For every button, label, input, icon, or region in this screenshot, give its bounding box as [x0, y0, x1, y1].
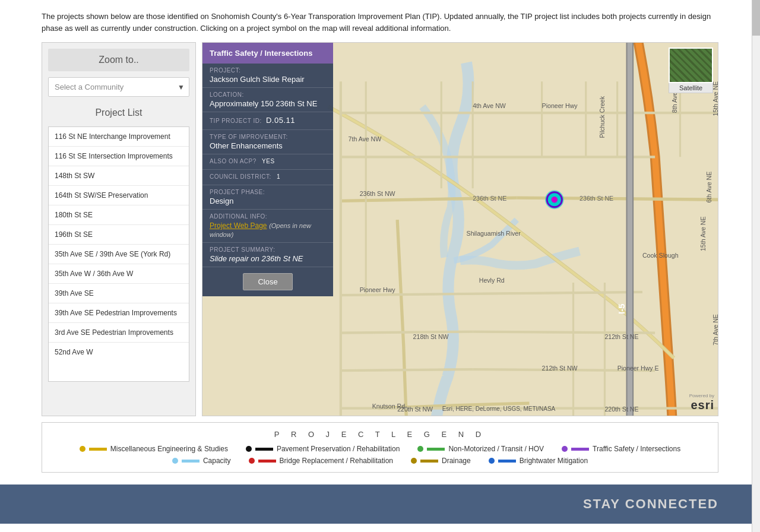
project-list-item[interactable]: 116 St SE Intersection Improvements: [49, 147, 189, 166]
legend-item: Drainage: [411, 457, 471, 465]
legend-line-icon: [258, 460, 276, 463]
legend-item: Traffic Safety / Intersections: [562, 445, 680, 453]
svg-text:I-5: I-5: [617, 304, 626, 314]
legend-line-icon: [255, 448, 273, 451]
project-list[interactable]: 116 St NE Interchange Improvement116 St …: [48, 126, 189, 382]
legend-line-icon: [498, 460, 516, 463]
legend-item: Capacity: [172, 457, 231, 465]
acp-section: Also on ACP? Yes: [202, 154, 333, 170]
legend-line-icon: [427, 448, 445, 451]
legend-item-label: Bridge Replacement / Rehabilitation: [280, 457, 393, 465]
svg-text:6th Ave NE: 6th Ave NE: [705, 172, 712, 203]
acp-value: Yes: [262, 158, 275, 164]
project-value: Jackson Gulch Slide Repair: [210, 75, 326, 84]
legend-item-label: Traffic Safety / Intersections: [593, 445, 680, 453]
legend-item: Brightwater Mitigation: [489, 457, 588, 465]
council-label: COUNCIL DISTRICT: 1: [210, 173, 326, 180]
project-list-item[interactable]: 39th Ave SE Pedestrian Improvements: [49, 303, 189, 323]
summary-section: PROJECT SUMMARY: Slide repair on 236th S…: [202, 243, 333, 267]
project-info-panel: Traffic Safety / Intersections PROJECT: …: [202, 43, 333, 296]
project-list-header: Project List: [48, 103, 189, 123]
svg-line-8: [341, 369, 473, 370]
legend-item-label: Drainage: [442, 457, 471, 465]
type-value: Other Enhancements: [210, 141, 326, 150]
legend-title: P R O J E C T L E G E N D: [54, 430, 706, 439]
legend-item: Non-Motorized / Transit / HOV: [417, 445, 544, 453]
project-list-item[interactable]: 3rd Ave SE Pedestrian Improvements: [49, 323, 189, 343]
svg-text:236th St NE: 236th St NE: [580, 195, 613, 202]
project-section: PROJECT: Jackson Gulch Slide Repair: [202, 64, 333, 88]
legend-line-icon: [182, 460, 200, 463]
legend-dot-icon: [411, 458, 417, 464]
legend-dot-icon: [417, 446, 423, 452]
legend-dot-icon: [249, 458, 255, 464]
legend-dot-icon: [489, 458, 495, 464]
svg-text:212th St NE: 212th St NE: [604, 333, 638, 340]
svg-text:Cook Slough: Cook Slough: [642, 252, 679, 259]
satellite-thumb-image: [669, 48, 713, 83]
left-panel: Zoom to.. Select a Community Arlington B…: [42, 42, 196, 416]
esri-text: esri: [691, 398, 714, 412]
location-value: Approximately 150 236th St NE: [210, 99, 326, 108]
esri-logo: Powered by esri: [689, 393, 714, 412]
svg-text:236th St NW: 236th St NW: [360, 190, 395, 197]
project-list-item[interactable]: 35th Ave SE / 39th Ave SE (York Rd): [49, 245, 189, 264]
legend-line-icon: [89, 448, 107, 451]
description-text: The projects shown below are those ident…: [42, 11, 718, 34]
svg-text:7th Ave NE: 7th Ave NE: [712, 314, 718, 346]
legend-item-label: Miscellaneous Engineering & Studies: [110, 445, 228, 453]
svg-text:Shilaguamish River: Shilaguamish River: [467, 230, 521, 237]
esri-logo-box: Powered by esri: [689, 393, 714, 412]
legend-item-label: Brightwater Mitigation: [520, 457, 588, 465]
project-list-item[interactable]: 164th St SW/SE Preservation: [49, 186, 189, 205]
project-list-item[interactable]: 52nd Ave W: [49, 343, 189, 362]
svg-text:236th St NE: 236th St NE: [473, 195, 506, 202]
legend-item-label: Pavement Preservation / Rehabilitation: [277, 445, 400, 453]
acp-label: Also on ACP? Yes: [210, 158, 326, 164]
legend-item-label: Non-Motorized / Transit / HOV: [448, 445, 544, 453]
council-value: 1: [277, 173, 280, 180]
project-list-item[interactable]: 116 St NE Interchange Improvement: [49, 127, 189, 147]
satellite-thumbnail[interactable]: Satellite: [669, 48, 713, 93]
legend-item: Bridge Replacement / Rehabilitation: [249, 457, 393, 465]
phase-value: Design: [210, 197, 326, 205]
project-list-item[interactable]: 35th Ave W / 36th Ave W: [49, 264, 189, 284]
type-section: TYPE OF IMPROVEMENT: Other Enhancements: [202, 130, 333, 154]
zoom-to-button[interactable]: Zoom to..: [48, 49, 189, 71]
satellite-label: Satellite: [669, 83, 713, 93]
project-list-item[interactable]: 180th St SE: [49, 205, 189, 225]
project-list-item[interactable]: 39th Ave SE: [49, 284, 189, 303]
community-select-wrapper: Select a Community Arlington Bothell Edm…: [48, 77, 189, 97]
svg-text:212th St NW: 212th St NW: [542, 365, 578, 372]
close-button[interactable]: Close: [243, 273, 292, 290]
legend-dot-icon: [80, 446, 86, 452]
legend-dot-icon: [562, 446, 568, 452]
location-label: LOCATION:: [210, 91, 326, 98]
scrollbar-thumb[interactable]: [752, 0, 760, 36]
phase-section: PROJECT PHASE: Design: [202, 185, 333, 210]
additional-info-label: ADDITIONAL INFO:: [210, 213, 326, 220]
legend-item: Pavement Preservation / Rehabilitation: [246, 445, 400, 453]
page-scrollbar[interactable]: [752, 0, 760, 524]
svg-text:15th Ave NE: 15th Ave NE: [699, 216, 707, 251]
svg-text:Pilchuck Creek: Pilchuck Creek: [598, 96, 606, 138]
location-section: LOCATION: Approximately 150 236th St NE: [202, 88, 333, 112]
project-web-page-link[interactable]: Project Web Page: [210, 221, 267, 230]
summary-label: PROJECT SUMMARY:: [210, 246, 326, 253]
project-list-item[interactable]: 148th St SW: [49, 166, 189, 186]
project-list-item[interactable]: 196th St SE: [49, 225, 189, 245]
legend-line-icon: [571, 448, 589, 451]
project-info-header: Traffic Safety / Intersections: [202, 43, 333, 64]
svg-text:7th Ave NW: 7th Ave NW: [349, 135, 382, 142]
summary-value: Slide repair on 236th St NE: [210, 254, 326, 263]
svg-text:218th St NW: 218th St NW: [413, 333, 449, 340]
tip-id-value: D.05.11: [266, 116, 295, 125]
community-select[interactable]: Select a Community Arlington Bothell Edm…: [48, 77, 189, 97]
type-label: TYPE OF IMPROVEMENT:: [210, 134, 326, 140]
project-label: PROJECT:: [210, 67, 326, 74]
powered-by-text: Powered by: [689, 393, 714, 398]
svg-text:Pioneer Hwy E: Pioneer Hwy E: [618, 365, 659, 372]
legend-items: Miscellaneous Engineering & StudiesPavem…: [54, 445, 706, 465]
svg-text:Hevly Rd: Hevly Rd: [479, 277, 505, 284]
tip-id-label: TIP PROJECT ID: D.05.11: [210, 116, 326, 125]
